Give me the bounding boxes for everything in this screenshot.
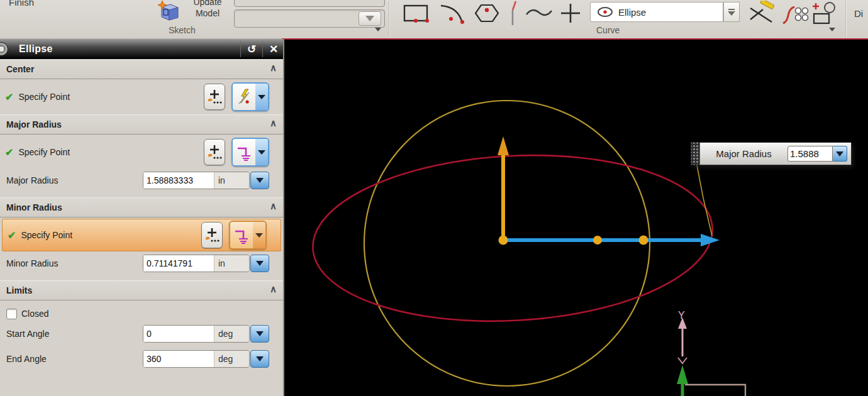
quick-trim-icon [747,1,777,26]
end-angle-field[interactable]: deg [143,350,250,368]
dialog-titlebar[interactable]: Ellipse ↺ ✕ [0,39,283,59]
minor-radius-input[interactable] [143,255,214,272]
major-specify-point-row[interactable]: ✔ Specify Point [0,135,283,170]
close-button[interactable]: ✕ [264,40,283,58]
offset-curve-button[interactable] [810,0,838,26]
point-tool-button[interactable] [556,1,585,25]
collapse-icon[interactable]: ∧ [270,201,277,212]
minor-snap-point-combo[interactable] [229,221,267,250]
center-point-dialog-button[interactable] [204,84,225,110]
sketch-group-options-arrow[interactable] [375,28,381,31]
polygon-tool-button[interactable] [470,1,504,26]
curve-group-options-arrow[interactable] [829,28,835,31]
major-radius-input[interactable] [143,172,214,189]
dialog-title: Ellipse [19,43,53,55]
section-header-limits[interactable]: Limits ∧ [0,280,283,300]
collapse-icon[interactable]: ∧ [270,62,277,74]
ellipse-icon [597,6,613,18]
minor-point-dialog-button[interactable] [201,222,223,248]
minor-radius-unit: in [214,255,249,272]
drag-handle[interactable] [691,143,700,165]
quick-trim-button[interactable] [746,0,777,26]
dialog-icon [0,42,8,56]
check-icon: ✔ [8,229,16,241]
rectangle-tool-button[interactable] [400,1,433,26]
update-model-label[interactable]: Update Model [185,0,230,19]
section-header-major-radius[interactable]: Major Radius ∧ [0,114,283,135]
sketch-view: Y [282,40,868,396]
start-angle-options-button[interactable] [250,325,269,343]
center-snap-point-combo[interactable] [231,82,269,111]
minor-axis-arrowhead[interactable] [498,136,509,155]
major-radius-options-button[interactable] [250,172,269,189]
sketch-plane-combo-dropdown[interactable] [359,11,381,26]
section-header-center[interactable]: Center ∧ [0,59,283,79]
point-dialog-icon [204,227,220,243]
point-dialog-icon [206,144,223,160]
collapse-icon[interactable]: ∧ [270,283,277,295]
major-point-dialog-button[interactable] [204,139,225,165]
minor-radius-field[interactable]: in [143,255,250,272]
update-model-icon [157,0,181,23]
sketch-name-combo[interactable] [234,0,385,7]
sketch-circle-curve[interactable] [364,101,650,386]
major-radius-field-row: Major Radius in [0,170,283,191]
start-angle-field[interactable]: deg [143,325,250,343]
application-window: Finish Update Model Sketch [0,0,868,396]
rectangle-icon [401,2,432,26]
minor-radius-handle[interactable] [593,236,602,245]
ellipse-combo-dropdown[interactable] [723,2,740,22]
closed-checkbox[interactable] [6,309,17,319]
circle-quadrant-handle[interactable] [639,236,648,245]
minor-specify-point-row[interactable]: ✔ Specify Point [2,219,281,251]
section-header-minor-radius[interactable]: Minor Radius ∧ [0,197,283,217]
center-point-handle[interactable] [499,236,508,245]
major-radius-field[interactable]: in [143,172,250,189]
end-angle-input[interactable] [143,351,214,367]
closed-checkbox-row: Closed [0,304,283,323]
reset-button[interactable]: ↺ [242,40,261,58]
titlebar-separator [262,41,263,57]
closed-label: Closed [21,309,49,319]
curve-group-label: Curve [596,25,620,35]
start-angle-row: Start Angle deg [0,323,283,344]
major-axis-arrowhead[interactable] [701,234,720,246]
start-angle-unit: deg [214,326,249,342]
update-model-button[interactable] [156,0,181,24]
spline-icon [524,2,554,25]
end-angle-options-button[interactable] [250,350,269,368]
arc-tool-button[interactable] [437,1,468,26]
studio-spline-icon [779,1,810,26]
center-snap-dropdown[interactable] [255,84,268,110]
toolbar-separator [389,1,390,36]
check-icon: ✔ [5,91,13,103]
ellipse-tool-combo[interactable]: Ellipse [590,2,723,22]
major-snap-point-combo[interactable] [231,138,269,167]
direct-sketch-label: Di [854,8,863,19]
minor-snap-dropdown[interactable] [253,222,265,248]
point-icon [557,2,584,25]
sketch-group-label: Sketch [169,25,196,35]
inferred-point-icon [236,88,252,106]
finish-sketch-button[interactable]: Finish [9,0,34,8]
line-tool-button[interactable] [507,0,522,26]
center-specify-point-row[interactable]: ✔ Specify Point [0,79,283,114]
minor-radius-options-button[interactable] [250,255,269,272]
floating-options-arrow-button[interactable] [833,146,847,162]
sketch-plane-frame [685,385,745,396]
start-angle-input[interactable] [143,326,214,342]
studio-spline-button[interactable] [779,0,810,26]
graphics-canvas[interactable]: Y [282,38,868,396]
onscreen-input-box: Major Radius [691,142,852,165]
floating-major-radius-label: Major Radius [700,148,787,159]
floating-major-radius-input[interactable] [787,146,833,162]
minor-radius-field-row: Minor Radius in [0,253,283,274]
major-radius-unit: in [214,172,249,189]
ellipse-dialog: Ellipse ↺ ✕ Center ∧ ✔ Specify Point [0,39,284,396]
collapse-icon[interactable]: ∧ [270,118,277,129]
y-axis-label: Y [678,310,685,321]
polygon-icon [471,1,504,26]
point-dialog-icon [206,89,223,105]
spline-tool-button[interactable] [523,1,555,25]
major-snap-dropdown[interactable] [255,139,268,165]
